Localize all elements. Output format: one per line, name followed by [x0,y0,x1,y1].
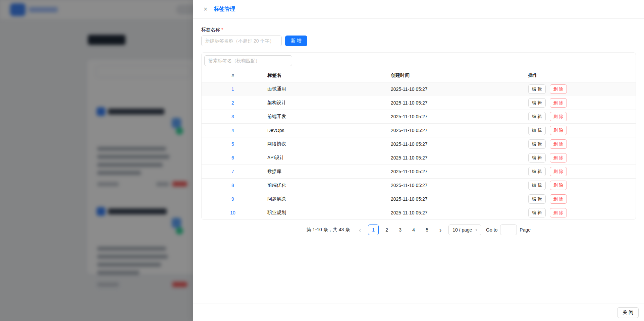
next-page-button[interactable]: › [435,224,446,235]
created-time-cell: 2025-11-10 05:27 [387,192,525,206]
row-index-link[interactable]: 3 [231,114,234,119]
chevron-down-icon: ▾ [476,228,478,232]
goto-page-input[interactable] [500,224,517,235]
page-button-3[interactable]: 3 [395,224,406,235]
drawer-footer: 关 闭 [193,304,644,321]
page-button-2[interactable]: 2 [381,224,392,235]
created-time-cell: 2025-11-10 05:27 [387,96,525,110]
tag-name-cell: 问题解决 [264,192,387,206]
delete-button[interactable]: 删 除 [550,194,567,204]
edit-button[interactable]: 编 辑 [528,181,546,190]
edit-button[interactable]: 编 辑 [528,153,546,163]
row-index-link[interactable]: 5 [231,141,234,147]
delete-button[interactable]: 删 除 [550,84,567,94]
row-index-link[interactable]: 4 [231,128,234,133]
row-actions-cell: 编 辑 删 除 [525,192,636,206]
page-button-5[interactable]: 5 [422,224,432,235]
row-actions-cell: 编 辑 删 除 [525,137,636,151]
tag-name-cell: 网络协议 [264,137,387,151]
tag-name-cell: 面试通用 [264,82,387,96]
row-index-link[interactable]: 10 [230,210,235,215]
delete-button[interactable]: 删 除 [550,126,567,135]
drawer-body: 标签名称* 新 增 # 标签名 创建时间 操作 [193,19,644,304]
add-tag-button[interactable]: 新 增 [285,36,307,46]
table-row: 2 架构设计 2025-11-10 05:27 编 辑 删 除 [202,96,636,110]
row-actions-cell: 编 辑 删 除 [525,206,636,219]
tag-name-cell: 职业规划 [264,206,387,219]
column-header-created: 创建时间 [387,69,525,82]
page-buttons: 12345 [368,224,432,235]
edit-button[interactable]: 编 辑 [528,126,546,135]
pagination: 第 1-10 条，共 43 条 ‹ 12345 › 10 / page ▾ Go… [201,224,636,235]
edit-button[interactable]: 编 辑 [528,167,546,176]
table-row: 10 职业规划 2025-11-10 05:27 编 辑 删 除 [202,206,636,219]
row-index-link[interactable]: 7 [231,169,234,174]
delete-button[interactable]: 删 除 [550,181,567,190]
drawer-header: ✕ 标签管理 [193,0,644,19]
delete-button[interactable]: 删 除 [550,208,567,217]
close-icon[interactable]: ✕ [202,5,209,13]
created-time-cell: 2025-11-10 05:27 [387,110,525,123]
row-actions-cell: 编 辑 删 除 [525,151,636,165]
page-size-select[interactable]: 10 / page ▾ [448,224,481,235]
row-index-link[interactable]: 8 [231,183,234,188]
row-actions-cell: 编 辑 删 除 [525,165,636,178]
delete-button[interactable]: 删 除 [550,98,567,108]
created-time-cell: 2025-11-10 05:27 [387,165,525,178]
row-actions-cell: 编 辑 删 除 [525,82,636,96]
table-header-row: # 标签名 创建时间 操作 [202,69,636,82]
tag-name-cell: 架构设计 [264,96,387,110]
row-index-link[interactable]: 2 [231,100,234,106]
table-row: 7 数据库 2025-11-10 05:27 编 辑 删 除 [202,165,636,178]
created-time-cell: 2025-11-10 05:27 [387,137,525,151]
created-time-cell: 2025-11-10 05:27 [387,82,525,96]
page-size-value: 10 / page [452,227,472,233]
table-row: 5 网络协议 2025-11-10 05:27 编 辑 删 除 [202,137,636,151]
prev-page-button[interactable]: ‹ [355,224,365,235]
table-row: 6 API设计 2025-11-10 05:27 编 辑 删 除 [202,151,636,165]
tag-table-card: # 标签名 创建时间 操作 1 面试通用 2025-11-10 05:27 编 … [201,52,636,220]
goto-label: Go to [486,227,497,233]
created-time-cell: 2025-11-10 05:27 [387,206,525,219]
new-tag-input[interactable] [201,36,282,46]
row-index-link[interactable]: 1 [231,86,234,92]
prev-icon: ‹ [359,226,361,234]
edit-button[interactable]: 编 辑 [528,208,546,217]
tag-name-label: 标签名称 [201,27,220,32]
delete-button[interactable]: 删 除 [550,153,567,163]
delete-button[interactable]: 删 除 [550,139,567,149]
row-actions-cell: 编 辑 删 除 [525,110,636,123]
search-tag-input[interactable] [204,55,292,66]
delete-button[interactable]: 删 除 [550,167,567,176]
tag-name-cell: 前端开发 [264,110,387,123]
row-actions-cell: 编 辑 删 除 [525,178,636,192]
table-row: 9 问题解决 2025-11-10 05:27 编 辑 删 除 [202,192,636,206]
edit-button[interactable]: 编 辑 [528,194,546,204]
page-button-1[interactable]: 1 [368,224,379,235]
tag-name-cell: API设计 [264,151,387,165]
close-glyph: ✕ [203,6,208,12]
page-button-4[interactable]: 4 [408,224,419,235]
page-label: Page [520,227,531,233]
new-tag-form: 新 增 [201,36,636,46]
tag-management-drawer: ✕ 标签管理 标签名称* 新 增 # 标签名 [193,0,644,321]
edit-button[interactable]: 编 辑 [528,98,546,108]
close-drawer-button[interactable]: 关 闭 [617,307,639,318]
required-mark: * [221,27,223,32]
edit-button[interactable]: 编 辑 [528,112,546,121]
column-header-name: 标签名 [264,69,387,82]
row-index-link[interactable]: 6 [231,155,234,160]
delete-button[interactable]: 删 除 [550,112,567,121]
edit-button[interactable]: 编 辑 [528,84,546,94]
edit-button[interactable]: 编 辑 [528,139,546,149]
table-row: 8 前端优化 2025-11-10 05:27 编 辑 删 除 [202,178,636,192]
created-time-cell: 2025-11-10 05:27 [387,123,525,137]
tag-name-cell: 前端优化 [264,178,387,192]
column-header-actions: 操作 [525,69,636,82]
pagination-total: 第 1-10 条，共 43 条 [307,227,350,233]
tag-name-label-row: 标签名称* [201,27,636,33]
row-index-link[interactable]: 9 [231,196,234,202]
next-icon: › [439,226,442,234]
table-row: 1 面试通用 2025-11-10 05:27 编 辑 删 除 [202,82,636,96]
row-actions-cell: 编 辑 删 除 [525,123,636,137]
